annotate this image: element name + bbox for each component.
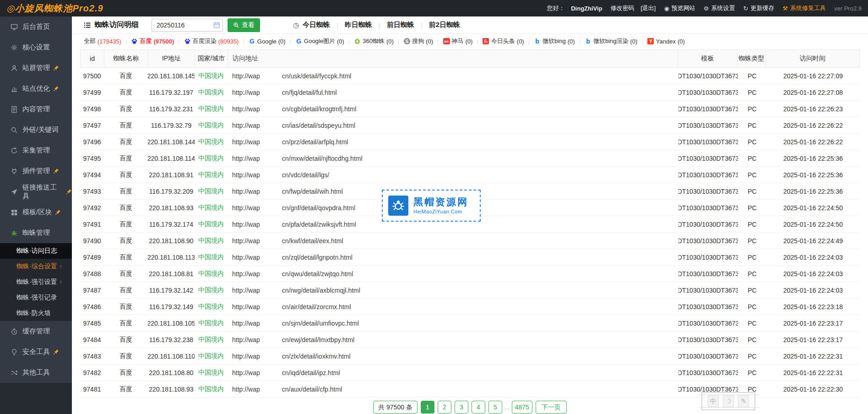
change-password-link[interactable]: 修改密码 [退出] xyxy=(611,4,656,12)
gear-icon: ⚙ xyxy=(704,5,709,12)
sidebar-item-search[interactable]: 外链/关键词 xyxy=(0,120,72,140)
logout-link[interactable]: [退出] xyxy=(640,4,656,12)
cell-spider-name: 百度 xyxy=(104,88,148,97)
filter-all[interactable]: 全部(178435) xyxy=(84,37,121,45)
calendar-icon[interactable] xyxy=(213,22,220,28)
quick-link-2[interactable]: 前日蜘蛛 xyxy=(387,21,414,29)
page-button-5[interactable]: 5 xyxy=(488,401,502,414)
separator: | xyxy=(528,38,530,45)
quick-link-3[interactable]: 前2日蜘蛛 xyxy=(429,21,460,29)
cell-ip: 220.181.108.81 xyxy=(148,270,195,278)
date-input[interactable] xyxy=(152,19,223,32)
cell-template: DT1030/1030DT3673 xyxy=(678,270,738,278)
table-header-cell: 蜘蛛类型 xyxy=(738,50,766,67)
send-icon xyxy=(11,188,18,196)
system-settings-link[interactable]: ⚙系统设置 xyxy=(704,4,735,12)
page-button-3[interactable]: 3 xyxy=(455,401,468,414)
filter-baidu[interactable]: 百度渲染(80935) xyxy=(184,37,239,45)
cell-country: 中国境内 xyxy=(195,72,228,80)
sidebar-item-bulb[interactable]: 安全工具 xyxy=(0,342,72,362)
quick-link-0[interactable]: 今日蜘蛛 xyxy=(303,21,330,29)
update-cache-link[interactable]: ↻更新缓存 xyxy=(743,4,774,12)
view-button[interactable]: 查看 xyxy=(228,18,260,32)
sidebar-item-spider[interactable]: 蜘蛛管理 xyxy=(0,223,72,243)
filter-shenma[interactable]: sm神马(0) xyxy=(443,37,473,45)
page-button-last[interactable]: 4875 xyxy=(512,401,532,414)
filter-yandex[interactable]: YYandex(0) xyxy=(647,38,685,45)
cell-id: 97485 xyxy=(80,320,104,327)
sidebar-item-gear[interactable]: 核心设置 xyxy=(0,37,72,58)
quick-link-1[interactable]: 昨日蜘蛛 xyxy=(345,21,372,29)
sidebar-subitem[interactable]: 蜘蛛·强引设置↑ xyxy=(0,274,72,290)
filter-google[interactable]: GGoogle(0) xyxy=(249,38,286,45)
sidebar-item-user[interactable]: 站群管理 xyxy=(0,58,72,78)
table-row: 97483百度220.181.108.110中国境内http://wapcn/z… xyxy=(80,348,860,365)
sidebar-subitem[interactable]: 蜘蛛·综合设置↑ xyxy=(0,259,72,274)
next-page-button[interactable]: 下一页 xyxy=(536,401,567,414)
pin-icon xyxy=(66,189,72,195)
cell-time: 2025-01-16 22:26:23 xyxy=(766,105,860,113)
filter-bing[interactable]: b微软bing(0) xyxy=(534,37,575,45)
sidebar-item-chart[interactable]: 站点优化 xyxy=(0,78,72,99)
sidebar-item-label: 其他工具 xyxy=(22,368,50,377)
sidebar-item-grid[interactable]: 模板/区块 xyxy=(0,202,72,223)
preview-icon: ◉ xyxy=(664,5,669,12)
cell-visit-url: http://wapcn/usk/detail/fyccpk.html xyxy=(228,72,678,80)
separator: | xyxy=(178,38,179,45)
cell-spider-name: 百度 xyxy=(104,253,148,261)
sidebar-item-send[interactable]: 链接推送工具 xyxy=(0,181,72,202)
sidebar-subitem[interactable]: 蜘蛛·强引记录 xyxy=(0,290,72,305)
filter-google[interactable]: GGoogle图片(0) xyxy=(295,37,344,45)
cell-type: PC xyxy=(738,353,766,360)
url-path: cn/qwu/detail/zwjtqo.html xyxy=(282,270,353,278)
cell-id: 97499 xyxy=(80,89,104,96)
table-row: 97485百度220.181.108.105中国境内http://wapcn/s… xyxy=(80,315,860,332)
sidebar-item-monitor[interactable]: 后台首页 xyxy=(0,16,72,37)
filter-bing[interactable]: b微软bing渲染(0) xyxy=(585,37,637,45)
page-button-4[interactable]: 4 xyxy=(472,401,485,414)
sidebar-item-label: 站群管理 xyxy=(22,64,50,72)
cell-spider-name: 百度 xyxy=(104,138,148,146)
sidebar-item-clock[interactable]: 缓存管理 xyxy=(0,321,72,342)
sidebar-subitem[interactable]: 蜘蛛·访问日志 xyxy=(0,243,72,259)
sidebar-item-shuffle[interactable]: 其他工具 xyxy=(0,362,72,383)
preview-site-link[interactable]: ◉预览网站 xyxy=(664,4,695,12)
cell-spider-name: 百度 xyxy=(104,121,148,130)
filter-toutiao[interactable]: 头今日头条(0) xyxy=(483,37,524,45)
cell-visit-url: http://wapcn/cgb/detail/krogtmfj.html xyxy=(228,105,678,113)
table-header-cell: 国家/城市 xyxy=(195,50,228,67)
cell-country: 中国境内 xyxy=(195,369,228,377)
cell-ip: 116.179.32.238 xyxy=(148,336,195,343)
sidebar-item-refresh[interactable]: 采集管理 xyxy=(0,140,72,161)
page-button-1[interactable]: 1 xyxy=(421,401,434,414)
top-header: ◎小旋风蜘蛛池Pro2.9 您好： DingZhiVip 修改密码 [退出] ◉… xyxy=(0,0,868,16)
cell-ip: 116.179.32.197 xyxy=(148,89,195,96)
url-path: cn/aux/detail/cfp.html xyxy=(282,386,342,393)
filter-sogou[interactable]: S搜狗(0) xyxy=(403,37,433,45)
url-prefix: http://wap xyxy=(232,72,260,80)
ime-glyph-0: 中 xyxy=(708,395,719,407)
cell-template: DT1030/1030DT3673 xyxy=(678,89,738,96)
up-arrow-icon: ↑ xyxy=(60,263,62,270)
cell-time: 2025-01-16 22:26:22 xyxy=(766,122,860,129)
sidebar-item-plug[interactable]: 插件管理 xyxy=(0,161,72,181)
sidebar-subitem[interactable]: 蜘蛛·防火墙 xyxy=(0,305,72,321)
cell-country: 中国境内 xyxy=(195,204,228,212)
cell-time: 2025-01-16 22:24:50 xyxy=(766,204,860,212)
page-button-2[interactable]: 2 xyxy=(438,401,451,414)
url-path: cn/kwf/detail/eex.html xyxy=(282,237,343,245)
filter-count: (0) xyxy=(426,38,433,45)
cell-id: 97490 xyxy=(80,237,104,245)
cell-id: 97484 xyxy=(80,336,104,343)
cell-time: 2025-01-16 22:24:49 xyxy=(766,237,860,245)
repair-tool-link[interactable]: ⚒系统修复工具 xyxy=(782,4,826,12)
sidebar-item-label: 插件管理 xyxy=(22,167,50,175)
toutiao-icon: 头 xyxy=(483,38,489,45)
separator: | xyxy=(437,38,439,45)
filter-baidu[interactable]: 百度(97500) xyxy=(131,37,174,45)
sidebar-item-document[interactable]: 内容管理 xyxy=(0,99,72,120)
filter-s360[interactable]: 360蜘蛛(0) xyxy=(354,37,394,45)
cell-spider-name: 百度 xyxy=(104,303,148,311)
pin-icon xyxy=(55,209,61,215)
cell-type: PC xyxy=(738,254,766,261)
